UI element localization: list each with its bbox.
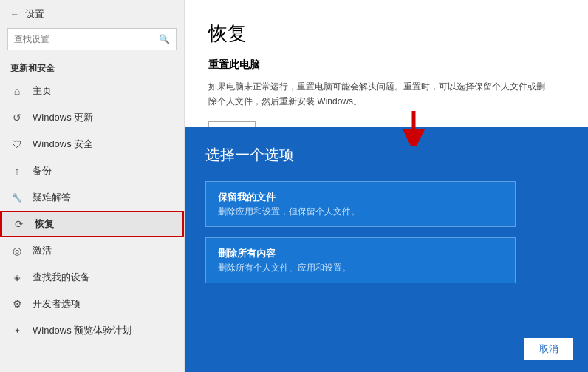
- page-title: 恢复: [208, 21, 564, 47]
- sidebar-item-label: 恢复: [35, 217, 54, 231]
- sidebar-item-label: Windows 安全: [33, 138, 93, 151]
- choose-panel: 选择一个选项 保留我的文件 删除应用和设置，但保留个人文件。 删除所有内容 删除…: [185, 127, 588, 372]
- option-delete-all-title: 删除所有内容: [218, 247, 503, 260]
- sidebar-item-label: 查找我的设备: [33, 271, 90, 284]
- find-device-icon: ◈: [10, 273, 24, 283]
- option-delete-all[interactable]: 删除所有内容 删除所有个人文件、应用和设置。: [205, 237, 516, 283]
- option-delete-all-desc: 删除所有个人文件、应用和设置。: [218, 263, 503, 274]
- sidebar-item-label: Windows 更新: [33, 111, 93, 124]
- shield-icon: 🛡: [10, 138, 24, 150]
- sidebar-item-label: 激活: [33, 244, 52, 257]
- back-icon: ←: [10, 9, 19, 19]
- sidebar-item-label: 备份: [33, 164, 52, 177]
- section-label: 更新和安全: [0, 56, 184, 78]
- sidebar-item-windows-insider[interactable]: ✦ Windows 预览体验计划: [0, 317, 184, 344]
- sidebar-header: ← 设置: [0, 0, 184, 28]
- cancel-button-wrap: 取消: [524, 338, 573, 360]
- sidebar-item-windows-security[interactable]: 🛡 Windows 安全: [0, 131, 184, 158]
- sidebar-item-activation[interactable]: ◎ 激活: [0, 237, 184, 264]
- sidebar-item-find-device[interactable]: ◈ 查找我的设备: [0, 264, 184, 291]
- sidebar-item-recovery[interactable]: ⟳ 恢复: [0, 211, 184, 237]
- app-title: 设置: [25, 7, 44, 21]
- search-icon: 🔍: [159, 34, 170, 44]
- down-arrow-icon: [395, 109, 432, 146]
- home-icon: ⌂: [10, 85, 24, 97]
- choose-panel-title: 选择一个选项: [205, 145, 567, 165]
- sidebar: ← 设置 🔍 更新和安全 ⌂ 主页 ↺ Windows 更新 🛡 Windows…: [0, 0, 185, 372]
- reset-section-desc: 如果电脑未正常运行，重置电脑可能会解决问题。重置时，可以选择保留个人文件或删除个…: [208, 79, 548, 109]
- update-icon: ↺: [10, 112, 24, 124]
- sidebar-item-windows-update[interactable]: ↺ Windows 更新: [0, 104, 184, 131]
- arrow-indicator: [395, 109, 432, 149]
- developer-icon: ⚙: [10, 298, 24, 310]
- insider-icon: ✦: [10, 326, 24, 336]
- option-keep-files[interactable]: 保留我的文件 删除应用和设置，但保留个人文件。: [205, 181, 516, 227]
- search-input[interactable]: [14, 34, 159, 44]
- reset-section-heading: 重置此电脑: [208, 58, 564, 72]
- option-keep-files-desc: 删除应用和设置，但保留个人文件。: [218, 206, 503, 217]
- search-box[interactable]: 🔍: [7, 28, 177, 50]
- sidebar-item-label: 主页: [33, 84, 52, 98]
- sidebar-item-label: 疑难解答: [33, 191, 71, 204]
- option-keep-files-title: 保留我的文件: [218, 191, 503, 204]
- activation-icon: ◎: [10, 245, 24, 257]
- sidebar-item-backup[interactable]: ↑ 备份: [0, 158, 184, 184]
- main-content: 恢复 重置此电脑 如果电脑未正常运行，重置电脑可能会解决问题。重置时，可以选择保…: [185, 0, 588, 372]
- cancel-button[interactable]: 取消: [524, 338, 573, 360]
- troubleshoot-icon: 🔧: [10, 193, 24, 203]
- sidebar-item-developer[interactable]: ⚙ 开发者选项: [0, 291, 184, 317]
- backup-icon: ↑: [10, 165, 24, 177]
- sidebar-item-troubleshoot[interactable]: 🔧 疑难解答: [0, 184, 184, 211]
- sidebar-item-home[interactable]: ⌂ 主页: [0, 78, 184, 104]
- sidebar-item-label: 开发者选项: [33, 297, 81, 311]
- sidebar-item-label: Windows 预览体验计划: [33, 324, 131, 337]
- recovery-icon: ⟳: [13, 218, 26, 230]
